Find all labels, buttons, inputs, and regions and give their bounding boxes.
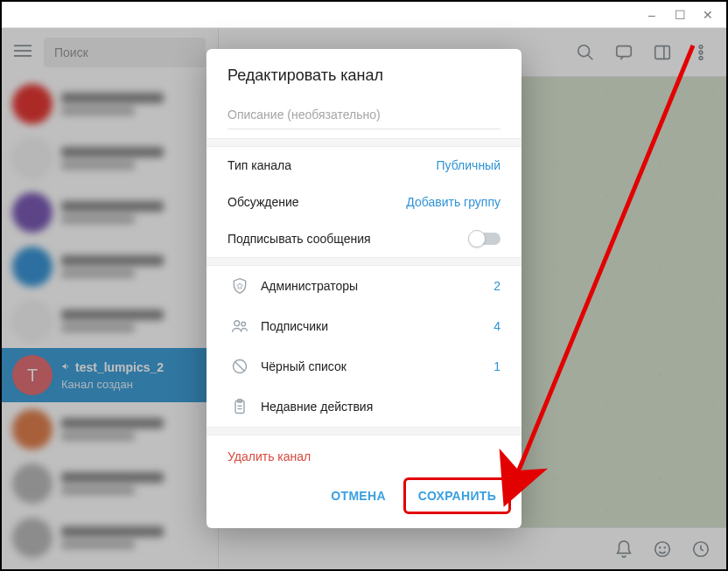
delete-channel-link[interactable]: Удалить канал	[206, 435, 522, 470]
svg-point-18	[234, 321, 240, 326]
subscribers-row[interactable]: Подписчики 4	[206, 306, 522, 346]
separator	[206, 427, 522, 435]
cancel-button[interactable]: ОТМЕНА	[318, 477, 397, 514]
description-input[interactable]	[228, 102, 500, 129]
window-close-button[interactable]: ✕	[700, 8, 716, 22]
row-label: Подписывать сообщения	[228, 232, 371, 246]
row-label: Чёрный список	[261, 359, 346, 373]
discussion-row[interactable]: Обсуждение Добавить группу	[206, 184, 522, 220]
sign-messages-row: Подписывать сообщения	[206, 220, 522, 257]
save-button[interactable]: СОХРАНИТЬ	[406, 480, 508, 512]
row-label: Тип канала	[228, 158, 291, 172]
edit-channel-dialog: Редактировать канал Тип канала Публичный…	[206, 49, 522, 528]
sign-messages-toggle[interactable]	[469, 233, 500, 245]
row-label: Подписчики	[261, 319, 328, 333]
window-maximize-button[interactable]: ☐	[672, 8, 688, 22]
window-titlebar: – ☐ ✕	[2, 2, 726, 28]
channel-type-row[interactable]: Тип канала Публичный	[206, 147, 522, 184]
ban-icon	[228, 358, 252, 375]
window-minimize-button[interactable]: –	[644, 8, 660, 22]
dialog-actions: ОТМЕНА СОХРАНИТЬ	[206, 470, 522, 519]
row-label: Обсуждение	[228, 195, 299, 209]
discussion-value: Добавить группу	[406, 195, 500, 209]
users-icon	[228, 317, 252, 335]
separator	[206, 138, 522, 147]
admins-count: 2	[494, 279, 500, 293]
row-label: Администраторы	[261, 279, 358, 293]
admins-row[interactable]: Администраторы 2	[206, 266, 522, 306]
clipboard-icon	[228, 398, 252, 415]
channel-type-value: Публичный	[436, 158, 500, 172]
blacklist-count: 1	[494, 359, 500, 373]
modal-overlay[interactable]: Редактировать канал Тип канала Публичный…	[2, 28, 726, 569]
dialog-title: Редактировать канал	[206, 49, 522, 97]
svg-line-21	[234, 361, 245, 372]
row-label: Недавние действия	[261, 400, 373, 414]
subscribers-count: 4	[494, 319, 500, 333]
app-window: – ☐ ✕ Поиск T test_l	[0, 0, 728, 571]
shield-icon	[228, 277, 252, 295]
annotation-highlight: СОХРАНИТЬ	[403, 477, 511, 514]
blacklist-row[interactable]: Чёрный список 1	[206, 346, 522, 386]
svg-point-19	[242, 322, 246, 326]
separator	[206, 257, 522, 266]
recent-actions-row[interactable]: Недавние действия	[206, 386, 522, 427]
